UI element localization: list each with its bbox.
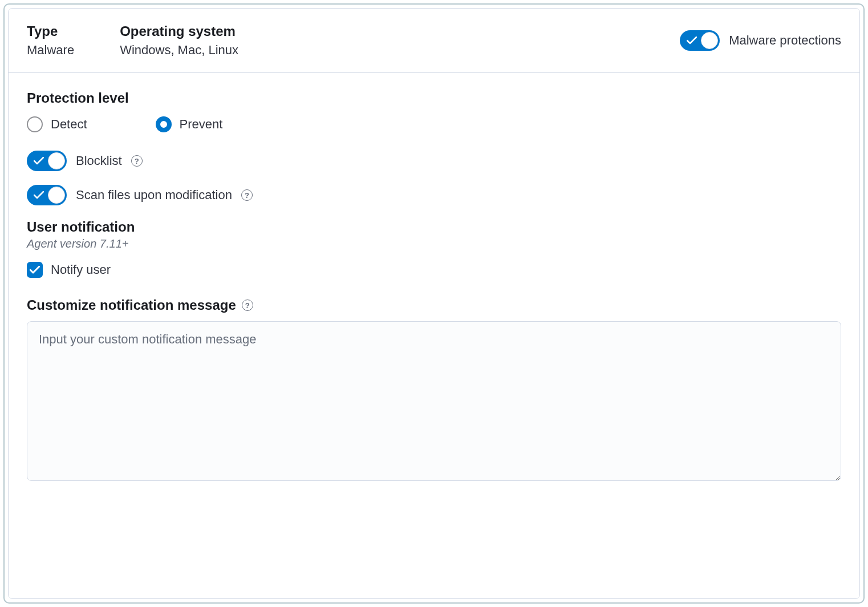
radio-circle-icon bbox=[27, 116, 43, 132]
outer-frame: Type Malware Operating system Windows, M… bbox=[3, 3, 865, 604]
blocklist-toggle[interactable] bbox=[27, 151, 67, 171]
toggle-thumb bbox=[701, 32, 718, 49]
customize-message-label: Customize notification message bbox=[27, 297, 236, 313]
blocklist-row: Blocklist ? bbox=[27, 151, 841, 171]
panel-header: Type Malware Operating system Windows, M… bbox=[9, 9, 859, 73]
malware-protections-toggle[interactable] bbox=[680, 30, 720, 51]
scan-toggle[interactable] bbox=[27, 185, 67, 205]
radio-detect[interactable]: Detect bbox=[27, 116, 87, 132]
protection-level-title: Protection level bbox=[27, 90, 841, 106]
user-notification-title: User notification bbox=[27, 219, 841, 235]
os-column: Operating system Windows, Mac, Linux bbox=[120, 23, 238, 58]
customize-label-row: Customize notification message ? bbox=[27, 297, 841, 313]
check-icon bbox=[687, 37, 697, 44]
radio-prevent[interactable]: Prevent bbox=[156, 116, 223, 132]
type-column: Type Malware bbox=[27, 23, 74, 58]
notify-user-row: Notify user bbox=[27, 262, 841, 278]
notify-user-label: Notify user bbox=[51, 262, 111, 277]
type-value: Malware bbox=[27, 43, 74, 58]
toggle-thumb bbox=[48, 187, 65, 204]
help-icon[interactable]: ? bbox=[131, 155, 143, 167]
help-icon[interactable]: ? bbox=[241, 189, 253, 201]
header-info: Type Malware Operating system Windows, M… bbox=[27, 23, 680, 58]
os-label: Operating system bbox=[120, 23, 238, 39]
malware-protections-label: Malware protections bbox=[729, 33, 841, 48]
check-icon bbox=[34, 157, 44, 165]
header-toggle-group: Malware protections bbox=[680, 30, 841, 51]
os-value: Windows, Mac, Linux bbox=[120, 43, 238, 58]
notify-user-checkbox[interactable] bbox=[27, 262, 43, 278]
radio-circle-selected-icon bbox=[156, 116, 172, 132]
blocklist-label: Blocklist bbox=[76, 153, 122, 168]
toggle-thumb bbox=[48, 152, 65, 169]
panel-body: Protection level Detect Prevent bbox=[9, 73, 859, 500]
help-icon[interactable]: ? bbox=[242, 300, 253, 311]
radio-detect-label: Detect bbox=[51, 117, 87, 132]
check-icon bbox=[30, 266, 40, 274]
settings-panel: Type Malware Operating system Windows, M… bbox=[8, 8, 860, 599]
type-label: Type bbox=[27, 23, 74, 39]
agent-version-note: Agent version 7.11+ bbox=[27, 237, 841, 250]
scan-row: Scan files upon modification ? bbox=[27, 185, 841, 205]
check-icon bbox=[34, 191, 44, 199]
notification-message-textarea[interactable] bbox=[27, 321, 841, 481]
scan-label: Scan files upon modification bbox=[76, 188, 232, 203]
protection-level-radio-group: Detect Prevent bbox=[27, 116, 841, 132]
radio-prevent-label: Prevent bbox=[180, 117, 223, 132]
